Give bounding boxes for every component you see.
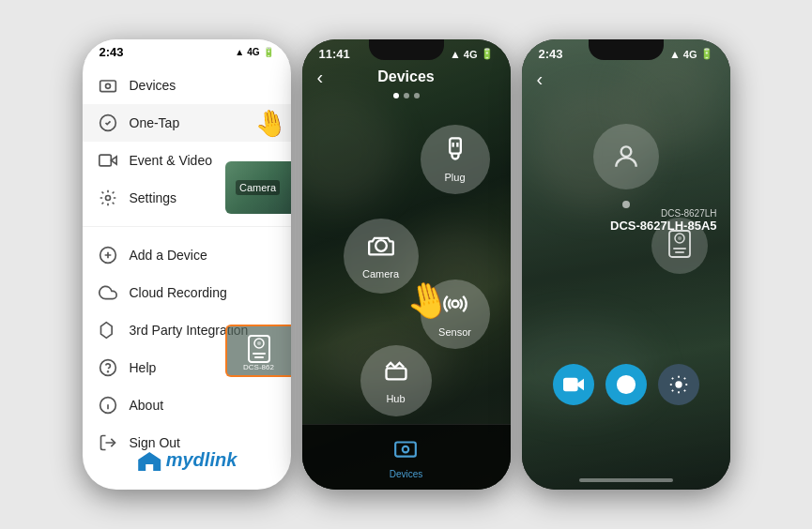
- svg-rect-0: [100, 81, 115, 92]
- sign-out-label: Sign Out: [130, 435, 180, 450]
- svg-point-27: [620, 146, 631, 157]
- plug-icon: [442, 136, 468, 168]
- camera-thumb-label: Camera: [236, 180, 280, 195]
- device-model-small: DCS-8627LH: [610, 208, 716, 219]
- svg-rect-3: [99, 155, 111, 166]
- gear-action-btn[interactable]: [658, 364, 699, 405]
- cloud-recording-icon: [98, 282, 118, 303]
- screen-title-2: Devices: [377, 68, 435, 85]
- device-circle-camera[interactable]: Camera: [344, 219, 419, 294]
- divider-1: [83, 226, 291, 227]
- dot-3: [414, 93, 420, 98]
- plug-label: Plug: [444, 172, 465, 183]
- dot-1: [393, 93, 399, 98]
- action-buttons-3: [553, 364, 699, 405]
- top-nav-2: ‹ Devices: [302, 65, 511, 93]
- add-device-label: Add a Device: [130, 248, 207, 263]
- device-thumbnail[interactable]: DCS-862: [225, 325, 291, 377]
- cloud-recording-label: Cloud Recording: [130, 285, 227, 300]
- device-circle-plug[interactable]: Plug: [421, 125, 490, 194]
- status-icons-3: ▲ 4G 🔋: [669, 48, 713, 61]
- svg-rect-32: [675, 251, 684, 253]
- phone-1: 2:43 ▲ 4G 🔋 Devices: [83, 39, 291, 490]
- help-icon: [98, 357, 118, 378]
- svg-rect-17: [253, 353, 266, 355]
- about-label: About: [130, 398, 164, 413]
- sidebar-item-about[interactable]: About: [83, 386, 291, 424]
- logo-text: mydlink: [166, 449, 237, 471]
- devices-container: Plug Camera 🤚: [302, 106, 511, 406]
- camera-thumbnail[interactable]: Camera: [225, 161, 291, 214]
- time-1: 2:43: [100, 45, 124, 59]
- status-icons-2: ▲ 4G 🔋: [450, 48, 494, 61]
- battery-icon-1: 🔋: [263, 47, 274, 57]
- notch-2: [369, 39, 444, 60]
- one-tap-label: One-Tap: [130, 115, 180, 130]
- back-button-3[interactable]: ‹: [537, 68, 544, 89]
- play-action-btn[interactable]: [605, 364, 647, 405]
- camera-label-2: Camera: [362, 268, 399, 280]
- svg-rect-25: [396, 442, 417, 456]
- svg-point-36: [676, 382, 682, 387]
- battery-icon-2: 🔋: [481, 48, 494, 60]
- sidebar-item-one-tap[interactable]: One-Tap 🤚: [83, 104, 291, 142]
- camera-device-circle: [593, 124, 659, 189]
- svg-point-26: [403, 446, 409, 452]
- sidebar-item-devices[interactable]: Devices: [83, 67, 291, 104]
- sidebar-item-add-device[interactable]: Add a Device: [83, 236, 291, 274]
- status-icons-1: ▲ 4G 🔋: [235, 47, 273, 57]
- notch-1: [149, 39, 224, 60]
- cursor-hand-indicator: 🤚: [252, 105, 289, 142]
- dot-2: [404, 93, 409, 98]
- svg-rect-31: [673, 248, 686, 249]
- time-2: 11:41: [319, 47, 350, 61]
- phone-2: 11:41 ▲ 4G 🔋 ‹ Devices Plu: [302, 39, 511, 490]
- devices-label: Devices: [130, 78, 176, 93]
- settings-label: Settings: [130, 190, 177, 205]
- svg-point-16: [257, 341, 261, 345]
- one-tap-icon: [98, 113, 118, 133]
- devices-icon: [98, 75, 118, 96]
- svg-point-22: [375, 240, 387, 251]
- sensor-label: Sensor: [438, 326, 471, 338]
- help-label: Help: [130, 360, 157, 375]
- svg-point-9: [107, 371, 108, 372]
- wifi-icon-2: ▲: [450, 48, 461, 61]
- camera-icon-2: [368, 233, 394, 264]
- battery-icon-3: 🔋: [700, 48, 713, 60]
- tab-devices-label: Devices: [390, 469, 423, 479]
- hub-label: Hub: [386, 393, 405, 404]
- tab-devices[interactable]: Devices: [390, 436, 423, 479]
- device-thumb-id: DCS-862: [229, 363, 289, 371]
- back-button-2[interactable]: ‹: [317, 67, 324, 88]
- about-icon: [98, 395, 118, 416]
- mydlink-logo: mydlink: [136, 449, 237, 471]
- svg-point-1: [105, 83, 110, 88]
- device-indicator-dot: [622, 201, 630, 208]
- device-info: DCS-8627LH DCS-8627LH-85A5: [610, 208, 716, 233]
- phone-3: 2:43 ▲ 4G 🔋 ‹ DCS-8627LH DCS-8627LH-85A5: [522, 39, 730, 490]
- svg-rect-19: [450, 138, 461, 153]
- device-model-large: DCS-8627LH-85A5: [610, 219, 716, 233]
- svg-point-4: [105, 196, 110, 201]
- third-party-icon: [98, 320, 118, 340]
- network-3: 4G: [683, 49, 697, 60]
- signal-icon-3: ▲: [669, 48, 681, 61]
- event-video-icon: [98, 150, 118, 171]
- dot-indicator-2: [302, 93, 511, 98]
- tab-devices-icon: [393, 436, 418, 466]
- svg-marker-2: [111, 157, 116, 164]
- svg-rect-24: [386, 369, 406, 380]
- sign-out-icon: [98, 432, 118, 453]
- camera-action-btn[interactable]: [553, 364, 594, 405]
- svg-point-23: [452, 301, 458, 308]
- network-2: 4G: [464, 49, 478, 60]
- time-3: 2:43: [539, 47, 563, 61]
- event-video-label: Event & Video: [130, 153, 212, 168]
- bottom-tab-2: Devices: [302, 424, 511, 490]
- sidebar-item-cloud-recording[interactable]: Cloud Recording: [83, 274, 291, 311]
- svg-point-30: [678, 236, 682, 240]
- device-circle-hub[interactable]: Hub: [360, 345, 432, 416]
- notch-3: [589, 39, 664, 60]
- settings-icon: [98, 188, 118, 208]
